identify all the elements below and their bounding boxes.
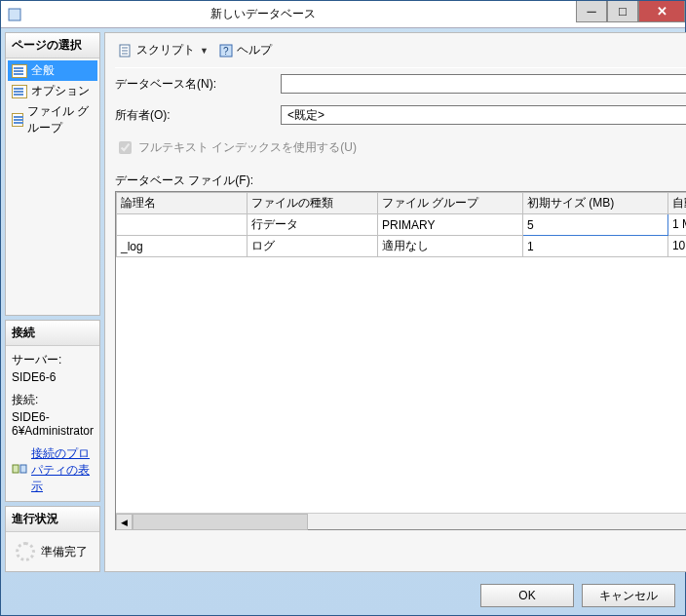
fulltext-checkbox [119, 141, 132, 154]
dialog-window: 新しいデータベース ─ □ ✕ ページの選択 全般 オプション [0, 0, 686, 616]
maximize-button[interactable]: □ [607, 1, 638, 22]
page-filegroups[interactable]: ファイル グループ [8, 101, 97, 138]
owner-label: 所有者(O): [115, 107, 281, 124]
cell-autogrow[interactable]: 10 % 単位で無制限 [667, 236, 686, 257]
files-label: データベース ファイル(F): [115, 173, 686, 189]
cell-filetype[interactable]: 行データ [248, 214, 378, 236]
grid-col-logical[interactable]: 論理名 [117, 193, 248, 214]
page-label: 全般 [31, 62, 55, 79]
grid-col-autogrow[interactable]: 自動拡張 / 最大サイズ [667, 193, 686, 214]
scroll-thumb[interactable] [133, 514, 308, 530]
dialog-footer: OK キャンセル [1, 576, 685, 615]
grid-buttons: 追加(A) 削除(R) [115, 540, 686, 563]
progress-status: 準備完了 [41, 544, 88, 560]
connection-props-link[interactable]: 接続のプロパティの表示 [12, 445, 94, 495]
owner-row: 所有者(O): <既定> ... [115, 105, 686, 125]
files-grid-wrap: 論理名 ファイルの種類 ファイル グループ 初期サイズ (MB) 自動拡張 / … [115, 191, 686, 530]
script-button[interactable]: スクリプト ▼ [115, 41, 211, 59]
progress-body: 準備完了 [6, 532, 99, 571]
fulltext-label: フルテキスト インデックスを使用する(U) [138, 139, 357, 156]
dbname-input[interactable] [281, 74, 686, 94]
ok-button[interactable]: OK [480, 584, 574, 607]
page-icon [12, 64, 27, 78]
cell-logical[interactable] [117, 214, 248, 236]
script-icon [118, 43, 133, 58]
cell-logical[interactable]: _log [117, 236, 248, 257]
cell-filegroup[interactable]: 適用なし [378, 236, 523, 257]
titlebar: 新しいデータベース ─ □ ✕ [1, 1, 685, 28]
dropdown-arrow-icon[interactable]: ▼ [200, 46, 209, 56]
connection-link-text[interactable]: 接続のプロパティの表示 [31, 445, 94, 495]
table-row[interactable]: _log ログ 適用なし 1 10 % 単位で無制限 [117, 236, 686, 257]
progress-panel: 進行状況 準備完了 [5, 506, 100, 572]
script-label: スクリプト [136, 42, 195, 58]
connection-panel: 接続 サーバー: SIDE6-6 接続: SIDE6-6¥Administrat… [5, 320, 100, 502]
toolbar: スクリプト ▼ ? ヘルプ [115, 39, 686, 68]
table-row[interactable]: 行データ PRIMARY 5 1 MB 単位で無制限 [117, 214, 686, 236]
server-label: サーバー: [12, 352, 94, 368]
help-button[interactable]: ? ヘルプ [215, 41, 275, 59]
cell-initsize[interactable]: 1 [522, 236, 667, 257]
pages-panel: ページの選択 全般 オプション ファイル グループ [5, 32, 100, 316]
files-grid: 論理名 ファイルの種類 ファイル グループ 初期サイズ (MB) 自動拡張 / … [116, 192, 686, 257]
help-icon: ? [218, 43, 234, 58]
grid-hscrollbar[interactable]: ◀ ▶ [116, 513, 686, 529]
window-controls: ─ □ ✕ [576, 1, 685, 22]
owner-select[interactable]: <既定> [281, 105, 686, 125]
dbname-label: データベース名(N): [115, 76, 281, 93]
page-icon [12, 113, 23, 127]
cell-initsize[interactable]: 5 [522, 214, 667, 236]
page-icon [12, 85, 27, 98]
page-options[interactable]: オプション [8, 81, 97, 101]
scroll-left-arrow-icon[interactable]: ◀ [116, 514, 133, 530]
progress-spinner-icon [16, 542, 35, 561]
right-pane: スクリプト ▼ ? ヘルプ データベース名(N): 所有者(O): <既定> [104, 32, 686, 572]
connection-body: サーバー: SIDE6-6 接続: SIDE6-6¥Administrator … [6, 346, 99, 501]
cancel-button[interactable]: キャンセル [582, 584, 675, 607]
grid-col-filegroup[interactable]: ファイル グループ [378, 193, 523, 214]
server-value: SIDE6-6 [12, 370, 94, 384]
left-pane: ページの選択 全般 オプション ファイル グループ [5, 32, 100, 572]
cell-filegroup[interactable]: PRIMARY [378, 214, 523, 236]
files-grid-scroll[interactable]: 論理名 ファイルの種類 ファイル グループ 初期サイズ (MB) 自動拡張 / … [116, 192, 686, 513]
grid-col-initsize[interactable]: 初期サイズ (MB) [522, 193, 667, 214]
progress-header: 進行状況 [6, 507, 99, 532]
page-general[interactable]: 全般 [8, 60, 97, 81]
svg-text:?: ? [223, 46, 229, 57]
close-button[interactable]: ✕ [638, 1, 685, 22]
conn-value: SIDE6-6¥Administrator [12, 410, 94, 438]
pages-tree: 全般 オプション ファイル グループ [6, 58, 99, 140]
grid-header-row: 論理名 ファイルの種類 ファイル グループ 初期サイズ (MB) 自動拡張 / … [117, 193, 686, 214]
cell-filetype[interactable]: ログ [248, 236, 378, 257]
fulltext-row: フルテキスト インデックスを使用する(U) [115, 138, 686, 157]
help-label: ヘルプ [237, 42, 272, 58]
dbname-row: データベース名(N): [115, 74, 686, 94]
page-label: ファイル グループ [27, 103, 94, 136]
svg-rect-2 [20, 465, 26, 473]
body: ページの選択 全般 オプション ファイル グループ [5, 32, 681, 572]
page-label: オプション [31, 83, 90, 99]
connection-header: 接続 [6, 321, 99, 346]
conn-label: 接続: [12, 392, 94, 408]
minimize-button[interactable]: ─ [576, 1, 607, 22]
connection-icon [12, 461, 27, 480]
window-title: 新しいデータベース [0, 6, 576, 22]
pages-header: ページの選択 [6, 33, 99, 58]
cell-autogrow[interactable]: 1 MB 単位で無制限 [667, 214, 686, 236]
grid-col-filetype[interactable]: ファイルの種類 [248, 193, 378, 214]
svg-rect-1 [13, 465, 19, 473]
